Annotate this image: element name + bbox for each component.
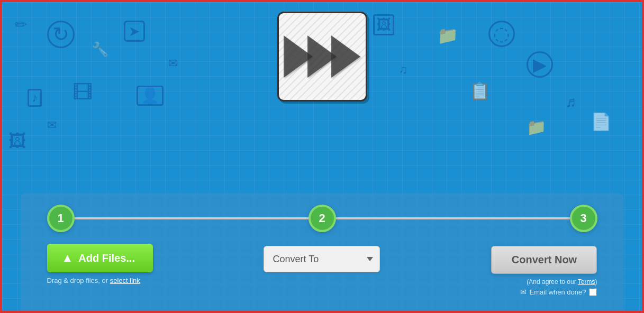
film-icon: 🎞	[72, 82, 93, 103]
picture-icon: 🖼	[373, 14, 394, 35]
pencil-icon: ✏	[15, 17, 27, 32]
envelope2-icon: ✉	[47, 119, 57, 131]
step-circle-1: 1	[47, 205, 75, 232]
music-icon: ♪	[28, 89, 42, 107]
convert-now-label: Convert Now	[512, 254, 577, 265]
music2-icon: ♫	[399, 64, 408, 76]
add-files-label: Add Files...	[78, 252, 135, 264]
folder-icon: 📁	[437, 27, 458, 44]
copy-icon: 📋	[469, 82, 491, 99]
terms-link[interactable]: Terms	[578, 278, 595, 286]
email-when-done-label: Email when done?	[530, 288, 586, 296]
wrench-icon: 🔧	[92, 42, 108, 56]
envelope-icon: ✉	[168, 58, 178, 69]
terms-text: (And agree to our Terms)	[527, 278, 597, 286]
person-icon: 👤	[137, 86, 164, 106]
email-checkbox[interactable]	[589, 288, 597, 296]
folder2-icon: 📁	[527, 119, 546, 135]
pages-icon: 📄	[591, 113, 612, 130]
steps-row: 1 2 3	[47, 205, 597, 232]
step-circle-2: 2	[309, 205, 336, 232]
step1-area: ▲ Add Files... Drag & drop files, or sel…	[47, 244, 223, 284]
refresh-icon: ↻	[47, 21, 75, 48]
controls-row: ▲ Add Files... Drag & drop files, or sel…	[47, 244, 597, 296]
drag-drop-text: Drag & drop files, or select link	[47, 277, 140, 284]
music3-icon: ♬	[565, 95, 576, 109]
play-icon: ▶	[527, 51, 553, 78]
arrow3	[331, 35, 360, 78]
upload-icon: ▲	[62, 251, 74, 265]
add-files-button[interactable]: ▲ Add Files...	[47, 244, 153, 272]
convert-to-select[interactable]: Convert To MP4 MP3 PDF JPG PNG AVI MOV D…	[264, 246, 380, 272]
step-circle-3: 3	[570, 205, 597, 232]
step3-area: Convert Now (And agree to our Terms) ✉ E…	[421, 244, 597, 296]
logo-area	[277, 12, 367, 102]
donut-icon: ◌	[488, 21, 515, 47]
logo-arrows	[284, 35, 360, 78]
bottom-panel: 1 2 3 ▲ Add Files... Drag & drop files, …	[21, 193, 624, 311]
convert-now-button[interactable]: Convert Now	[491, 246, 597, 274]
image-icon: 🖼	[8, 132, 26, 150]
email-icon: ✉	[520, 288, 527, 296]
send-icon: ➤	[124, 21, 145, 42]
email-row: ✉ Email when done?	[520, 288, 597, 296]
app-wrapper: ✏ ↻ 🔧 ➤ ✉ ♪ 🎞 👤 ✉ 🖼 🖼 ♫ 📁 ◌ ▶ ♬ 📋 📁 📄	[2, 2, 642, 311]
logo-box	[277, 12, 367, 102]
step2-area: Convert To MP4 MP3 PDF JPG PNG AVI MOV D…	[234, 244, 410, 272]
select-link[interactable]: select link	[110, 277, 140, 284]
